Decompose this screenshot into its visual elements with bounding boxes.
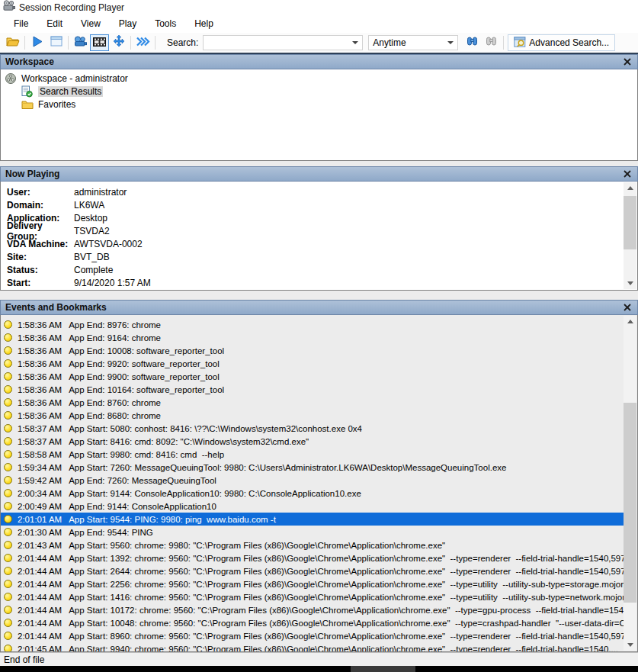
- tree-item-label: Favorites: [38, 99, 75, 110]
- scroll-down-icon[interactable]: [624, 278, 636, 289]
- event-row[interactable]: 1:59:34 AMApp Start: 7260: MessageQueuin…: [1, 461, 624, 474]
- workspace-panel-title: Workspace: [5, 56, 54, 67]
- event-text: App End: 9144: ConsoleApplication10: [69, 502, 216, 511]
- tree-item-workspace-root[interactable]: Workspace - administrator: [1, 72, 637, 85]
- event-dot-icon: [4, 593, 12, 601]
- events-panel-title: Events and Bookmarks: [5, 302, 107, 313]
- time-filter-combobox[interactable]: Anytime: [368, 35, 458, 50]
- now-playing-scrollbar[interactable]: [624, 182, 636, 289]
- event-row[interactable]: 1:58:36 AMApp End: 10008: software_repor…: [1, 344, 624, 357]
- event-time: 1:58:36 AM: [18, 333, 62, 342]
- scrollbar-thumb[interactable]: [624, 403, 636, 603]
- search-combobox[interactable]: [203, 35, 363, 50]
- filmstrip-view-button[interactable]: [90, 34, 109, 51]
- scroll-up-icon[interactable]: [624, 316, 636, 327]
- menu-item-view[interactable]: View: [72, 16, 110, 31]
- events-close-button[interactable]: [622, 302, 633, 313]
- tree-item-favorites[interactable]: Favorites: [1, 98, 637, 111]
- event-row[interactable]: 1:58:58 AMApp Start: 9980: cmd: 8416: cm…: [1, 448, 624, 461]
- event-row[interactable]: 1:58:36 AMApp End: 9900: software_report…: [1, 370, 624, 383]
- fast-forward-button[interactable]: [133, 34, 152, 51]
- event-row[interactable]: 1:58:36 AMApp End: 8680: chrome: [1, 409, 624, 422]
- event-row[interactable]: 2:01:44 AMApp Start: 2644: chrome: 9560:…: [1, 564, 624, 577]
- event-time: 1:58:37 AM: [18, 437, 62, 446]
- field-label: Start:: [7, 278, 74, 288]
- event-row[interactable]: 2:01:01 AMApp Start: 9544: PING: 9980: p…: [1, 513, 624, 526]
- field-label: Status:: [7, 265, 74, 275]
- scroll-down-icon[interactable]: [624, 639, 636, 651]
- scrollbar-thumb[interactable]: [624, 196, 636, 249]
- event-row[interactable]: 1:59:42 AMApp End: 7260: MessageQueuingT…: [1, 474, 624, 487]
- events-scrollbar[interactable]: [624, 316, 636, 651]
- event-time: 1:59:42 AM: [18, 476, 62, 485]
- now-playing-panel-header: Now Playing: [0, 166, 638, 182]
- event-dot-icon: [4, 450, 12, 458]
- menu-item-play[interactable]: Play: [110, 16, 146, 31]
- event-row[interactable]: 2:01:44 AMApp Start: 10172: chrome: 9560…: [1, 603, 624, 616]
- menu-item-tools[interactable]: Tools: [146, 16, 185, 31]
- event-row[interactable]: 2:01:44 AMApp Start: 10048: chrome: 9560…: [1, 616, 624, 629]
- now-playing-field: Start:9/14/2020 1:57 AM: [1, 276, 637, 289]
- projector-view-button[interactable]: [71, 34, 90, 51]
- event-text: App Start: 7260: MessageQueuingTool: 998…: [69, 463, 506, 472]
- event-time: 2:01:30 AM: [18, 528, 62, 537]
- open-file-button[interactable]: [3, 34, 22, 51]
- event-row[interactable]: 2:00:34 AMApp Start: 9144: ConsoleApplic…: [1, 487, 624, 500]
- workspace-close-button[interactable]: [622, 56, 633, 67]
- event-time: 1:58:36 AM: [18, 346, 62, 355]
- toolbar-separator: [24, 36, 25, 50]
- event-time: 1:58:58 AM: [18, 450, 62, 459]
- event-row[interactable]: 1:58:36 AMApp End: 10164: software_repor…: [1, 383, 624, 396]
- tree-item-search-results[interactable]: Search Results: [1, 85, 637, 98]
- event-text: App End: 8680: chrome: [69, 411, 161, 420]
- now-playing-field: VDA Machine:AWTSVDA-0002: [1, 237, 637, 250]
- event-row[interactable]: 2:01:44 AMApp Start: 1416: chrome: 9560:…: [1, 590, 624, 603]
- field-label: Domain:: [7, 200, 74, 211]
- event-row[interactable]: 2:01:30 AMApp End: 9544: PING: [1, 526, 624, 539]
- status-bar: End of file: [0, 652, 638, 666]
- event-row[interactable]: 1:58:36 AMApp End: 8976: chrome: [1, 318, 624, 331]
- find-button[interactable]: [463, 34, 482, 51]
- event-text: App Start: 1392: chrome: 9560: "C:\Progr…: [69, 554, 624, 563]
- title-bar[interactable]: Session Recording Player: [0, 0, 638, 14]
- event-text: App End: 8760: chrome: [69, 398, 161, 407]
- event-text: App End: 9544: PING: [69, 528, 153, 537]
- event-row[interactable]: 2:01:44 AMApp Start: 2256: chrome: 9560:…: [1, 577, 624, 590]
- event-row[interactable]: 1:58:37 AMApp Start: 5080: conhost: 8416…: [1, 422, 624, 435]
- event-row[interactable]: 1:58:36 AMApp End: 9164: chrome: [1, 331, 624, 344]
- event-dot-icon: [4, 645, 12, 652]
- event-row[interactable]: 2:01:44 AMApp Start: 8960: chrome: 9560:…: [1, 629, 624, 642]
- advanced-search-button[interactable]: Advanced Search...: [508, 34, 615, 51]
- window-icon: [50, 36, 63, 50]
- event-row[interactable]: 2:01:43 AMApp Start: 9560: chrome: 9980:…: [1, 539, 624, 551]
- menu-item-edit[interactable]: Edit: [37, 16, 72, 31]
- bottom-edge-bar: [0, 666, 638, 672]
- event-row[interactable]: 2:00:49 AMApp End: 9144: ConsoleApplicat…: [1, 500, 624, 513]
- event-text: App Start: 2256: chrome: 9560: "C:\Progr…: [69, 580, 624, 589]
- event-text: App End: 10164: software_reporter_tool: [69, 385, 224, 394]
- chevrons-icon: [136, 36, 150, 50]
- search-label: Search:: [167, 37, 198, 48]
- menu-item-help[interactable]: Help: [185, 16, 223, 31]
- event-text: App Start: 9560: chrome: 9980: "C:\Progr…: [69, 541, 445, 550]
- event-row[interactable]: 2:01:45 AMApp Start: 9940: chrome: 9560:…: [1, 642, 624, 652]
- player-window-button[interactable]: [46, 34, 66, 51]
- event-text: App End: 7260: MessageQueuingTool: [69, 476, 216, 485]
- now-playing-field: Domain:LK6WA: [1, 198, 637, 211]
- event-row[interactable]: 1:58:36 AMApp End: 8760: chrome: [1, 396, 624, 409]
- field-value: AWTSVDA-0002: [74, 239, 143, 249]
- play-button[interactable]: [27, 34, 46, 51]
- menu-item-file[interactable]: File: [5, 16, 37, 31]
- event-row[interactable]: 2:01:44 AMApp Start: 1392: chrome: 9560:…: [1, 551, 624, 564]
- scroll-up-icon[interactable]: [624, 182, 636, 194]
- event-row[interactable]: 1:58:37 AMApp Start: 8416: cmd: 8092: "C…: [1, 435, 624, 448]
- field-value: LK6WA: [74, 200, 104, 211]
- pan-view-button[interactable]: [109, 34, 128, 51]
- now-playing-close-button[interactable]: [622, 169, 633, 179]
- event-row[interactable]: 1:58:36 AMApp End: 9920: software_report…: [1, 357, 624, 370]
- event-dot-icon: [4, 502, 12, 510]
- tree-item-label: Workspace - administrator: [21, 73, 128, 84]
- search-results-icon: [21, 85, 35, 98]
- find-previous-button[interactable]: [482, 34, 501, 51]
- event-time: 1:58:36 AM: [18, 385, 62, 394]
